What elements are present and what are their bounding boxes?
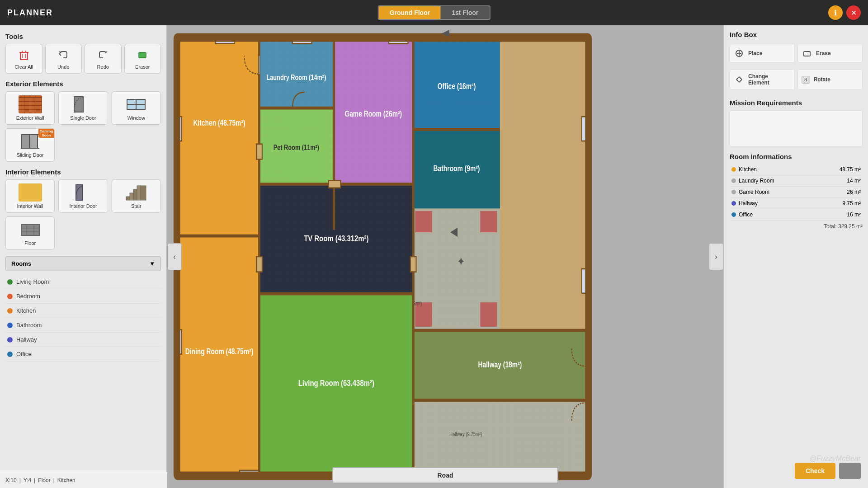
svg-text:Dining Room (48.75m²): Dining Room (48.75m²) xyxy=(185,347,254,356)
svg-rect-14 xyxy=(29,135,38,148)
info-button[interactable]: ℹ xyxy=(828,5,843,20)
stair-icon xyxy=(124,183,148,202)
exterior-wall-label: Exterior Wall xyxy=(16,115,44,121)
room-item-living-room[interactable]: Living Room xyxy=(5,275,161,289)
check-button[interactable]: Check xyxy=(795,463,835,479)
room-dot-hallway xyxy=(7,337,13,343)
svg-rect-0 xyxy=(20,52,28,60)
rooms-dropdown[interactable]: Rooms ▼ xyxy=(5,256,161,271)
action-button[interactable] xyxy=(839,463,861,479)
single-door-label: Single Door xyxy=(70,115,96,121)
close-button[interactable]: ✕ xyxy=(846,5,861,20)
svg-rect-89 xyxy=(256,144,262,160)
exterior-wall-button[interactable]: Exterior Wall xyxy=(5,91,55,125)
mission-section: Mission Requirements xyxy=(730,99,863,146)
info-place[interactable]: Place xyxy=(730,44,795,63)
redo-label: Redo xyxy=(97,64,109,70)
room-info-dot-office xyxy=(731,212,736,217)
svg-text:Living Room (63.438m²): Living Room (63.438m²) xyxy=(298,378,374,388)
interior-wall-button[interactable]: Interior Wall xyxy=(5,179,55,213)
status-room: Kitchen xyxy=(57,477,75,483)
single-door-button[interactable]: Single Door xyxy=(58,91,108,125)
svg-text:Kitchen (48.75m²): Kitchen (48.75m²) xyxy=(193,119,245,127)
svg-rect-19 xyxy=(126,197,130,200)
status-separator3: | xyxy=(53,477,55,483)
interior-wall-label: Interior Wall xyxy=(17,203,43,209)
svg-rect-57 xyxy=(415,211,432,232)
clear-all-button[interactable]: Clear All xyxy=(5,44,42,74)
undo-button[interactable]: Undo xyxy=(45,44,82,74)
svg-rect-24 xyxy=(21,225,39,235)
info-rotate[interactable]: R Rotate xyxy=(797,69,863,90)
redo-button[interactable]: Redo xyxy=(85,44,122,74)
info-change-element[interactable]: Change Element xyxy=(730,69,795,90)
room-label-bedroom: Bedroom xyxy=(16,293,40,300)
floor-button[interactable]: Floor xyxy=(5,216,55,250)
info-erase[interactable]: Erase xyxy=(797,44,863,63)
room-dot-bathroom xyxy=(7,323,13,328)
room-label-hallway: Hallway xyxy=(16,336,37,343)
interior-elements-title: Interior Elements xyxy=(5,168,161,176)
road-bar: Road xyxy=(332,467,558,483)
exterior-wall-icon xyxy=(19,95,42,113)
room-info-area-office: 16 m² xyxy=(847,211,861,218)
room-info-area-game: 26 m² xyxy=(847,189,861,195)
room-item-bedroom[interactable]: Bedroom xyxy=(5,289,161,304)
floorplan-svg[interactable]: Kitchen (48.75m²) Laundry Room (14m²) Ga… xyxy=(167,25,723,488)
room-info-title: Room Informations xyxy=(730,153,863,160)
tab-ground-floor[interactable]: Ground Floor xyxy=(379,6,441,19)
room-info-name-hallway: Hallway xyxy=(739,200,758,206)
svg-rect-23 xyxy=(141,186,146,200)
room-label-kitchen: Kitchen xyxy=(16,307,36,314)
svg-rect-58 xyxy=(480,211,497,232)
room-dot-living-room xyxy=(7,279,13,285)
room-dot-kitchen xyxy=(7,308,13,314)
interior-door-icon xyxy=(71,183,95,202)
room-info-section: Room Informations Kitchen 48.75 m² Laund… xyxy=(730,153,863,230)
floor-label: Floor xyxy=(24,240,36,246)
svg-rect-60 xyxy=(480,302,497,327)
room-item-office[interactable]: Office xyxy=(5,347,161,361)
app-title: PLANNER xyxy=(7,8,53,18)
place-label: Place xyxy=(748,50,784,56)
room-info-name-laundry: Laundry Room xyxy=(739,178,774,184)
svg-text:TV Room (43.312m²): TV Room (43.312m²) xyxy=(304,234,368,244)
room-info-hallway: Hallway 9.75 m² xyxy=(730,198,863,209)
header: PLANNER Ground Floor 1st Floor ℹ ✕ xyxy=(0,0,868,25)
interior-door-button[interactable]: Interior Door xyxy=(58,179,108,213)
room-info-dot-hallway xyxy=(731,201,736,206)
canvas-area: ◀ ‹ › Kitchen (48.75m²) Laundry Room (14… xyxy=(167,25,723,488)
eraser-label: Eraser xyxy=(135,64,150,70)
rooms-label: Rooms xyxy=(11,260,31,267)
clear-all-icon xyxy=(17,48,31,62)
room-info-area-hallway: 9.75 m² xyxy=(842,200,861,206)
status-separator2: | xyxy=(34,477,35,483)
canvas-arrow-right[interactable]: › xyxy=(709,243,723,270)
tools-grid: Clear All Undo Redo Eraser xyxy=(5,44,161,74)
room-item-kitchen[interactable]: Kitchen xyxy=(5,304,161,318)
svg-rect-92 xyxy=(410,257,416,272)
svg-rect-6 xyxy=(139,52,146,58)
sliding-door-button[interactable]: ComingSoon Sliding Door xyxy=(5,128,55,162)
tab-first-floor[interactable]: 1st Floor xyxy=(441,6,489,19)
stair-button[interactable]: Stair xyxy=(112,179,161,213)
change-element-label: Change Element xyxy=(748,73,791,86)
eraser-button[interactable]: Eraser xyxy=(124,44,161,74)
floor-icon xyxy=(19,221,42,239)
room-dot-bedroom xyxy=(7,294,13,299)
room-info-name-kitchen: Kitchen xyxy=(739,166,757,173)
canvas-arrow-left[interactable]: ‹ xyxy=(167,243,182,270)
sliding-door-label: Sliding Door xyxy=(17,152,44,158)
stair-label: Stair xyxy=(131,203,142,209)
room-info-office: Office 16 m² xyxy=(730,209,863,221)
erase-label: Erase xyxy=(816,50,852,56)
room-item-bathroom[interactable]: Bathroom xyxy=(5,318,161,333)
svg-text:Office (16m²): Office (16m²) xyxy=(438,82,476,91)
mission-box xyxy=(730,110,863,146)
tools-title: Tools xyxy=(5,33,161,40)
room-info-area-kitchen: 48.75 m² xyxy=(840,166,861,173)
room-item-hallway[interactable]: Hallway xyxy=(5,333,161,347)
window-icon xyxy=(124,95,148,113)
window-button[interactable]: Window xyxy=(112,91,161,125)
mission-title: Mission Requirements xyxy=(730,99,863,107)
